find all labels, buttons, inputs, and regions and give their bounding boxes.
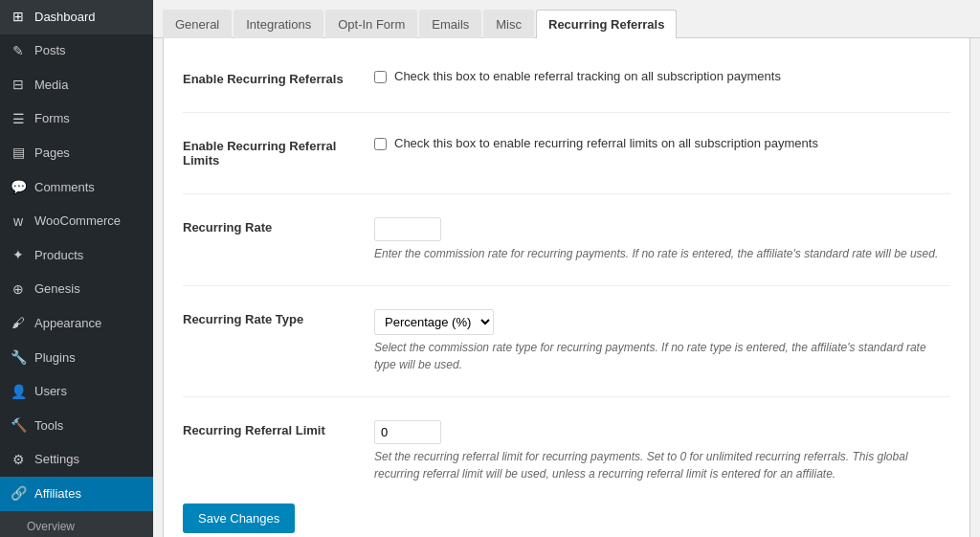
sidebar: ⊞Dashboard✎Posts⊟Media☰Forms▤Pages💬Comme…	[0, 0, 153, 537]
recurring-referral-limit-input[interactable]	[374, 420, 441, 444]
dashboard-icon: ⊞	[10, 8, 27, 27]
sidebar-item-pages[interactable]: ▤Pages	[0, 136, 153, 170]
tab-recurring-referrals[interactable]: Recurring Referrals	[536, 10, 677, 38]
users-icon: 👤	[10, 383, 27, 402]
comments-icon: 💬	[10, 178, 27, 197]
enable-recurring-referral-limits-label: Enable Recurring Referral Limits	[183, 139, 336, 168]
sidebar-item-users[interactable]: 👤Users	[0, 375, 153, 410]
tab-general[interactable]: General	[163, 10, 232, 38]
tabs-bar: GeneralIntegrationsOpt-In FormEmailsMisc…	[153, 10, 980, 38]
settings-icon: ⚙	[10, 451, 27, 470]
sidebar-label-dashboard: Dashboard	[34, 9, 96, 26]
enable-recurring-referrals-checkbox[interactable]	[374, 71, 387, 83]
sidebar-label-products: Products	[34, 247, 83, 264]
sidebar-label-forms: Forms	[34, 110, 70, 127]
forms-icon: ☰	[10, 110, 27, 129]
products-icon: ✦	[10, 246, 27, 265]
sidebar-label-tools: Tools	[34, 417, 63, 435]
sidebar-item-products[interactable]: ✦Products	[0, 238, 153, 273]
recurring-rate-label: Recurring Rate	[183, 220, 272, 235]
tab-opt-in-form[interactable]: Opt-In Form	[325, 10, 417, 38]
sidebar-item-woocommerce[interactable]: wWooCommerce	[0, 205, 153, 239]
save-changes-button[interactable]: Save Changes	[183, 503, 295, 533]
recurring-referral-limit-desc: Set the recurring referral limit for rec…	[374, 448, 950, 482]
posts-icon: ✎	[10, 42, 27, 61]
sidebar-label-comments: Comments	[34, 179, 95, 196]
sidebar-label-posts: Posts	[34, 42, 66, 59]
sidebar-item-media[interactable]: ⊟Media	[0, 68, 153, 102]
sidebar-label-plugins: Plugins	[34, 349, 76, 367]
sidebar-label-appearance: Appearance	[34, 315, 101, 332]
sidebar-item-tools[interactable]: 🔨Tools	[0, 409, 153, 443]
sidebar-sub-item-overview[interactable]: Overview	[0, 515, 153, 537]
appearance-icon: 🖌	[10, 314, 27, 333]
tab-integrations[interactable]: Integrations	[234, 10, 323, 38]
row-recurring-referral-limit: Recurring Referral Limit Set the recurri…	[183, 409, 950, 494]
enable-recurring-referrals-checkbox-label: Check this box to enable referral tracki…	[394, 69, 781, 83]
row-enable-recurring-referrals: Enable Recurring Referrals Check this bo…	[183, 57, 950, 101]
affiliates-icon: 🔗	[10, 484, 27, 503]
woocommerce-icon: w	[10, 213, 27, 232]
sidebar-item-genesis[interactable]: ⊕Genesis	[0, 273, 153, 307]
media-icon: ⊟	[10, 76, 27, 95]
recurring-rate-desc: Enter the commission rate for recurring …	[374, 245, 950, 262]
tools-icon: 🔨	[10, 416, 27, 436]
tab-misc[interactable]: Misc	[483, 10, 534, 38]
sidebar-item-settings[interactable]: ⚙Settings	[0, 443, 153, 478]
sidebar-label-genesis: Genesis	[34, 280, 80, 298]
enable-recurring-referral-limits-checkbox-label: Check this box to enable recurring refer…	[394, 136, 818, 150]
content-area: Enable Recurring Referrals Check this bo…	[163, 38, 970, 537]
sidebar-submenu: OverviewAffiliatesReferrals	[0, 511, 153, 537]
sidebar-item-dashboard[interactable]: ⊞Dashboard	[0, 0, 153, 34]
tab-emails[interactable]: Emails	[419, 10, 481, 38]
sidebar-label-pages: Pages	[34, 145, 70, 162]
recurring-rate-type-desc: Select the commission rate type for recu…	[374, 339, 950, 373]
settings-form: Enable Recurring Referrals Check this bo…	[183, 57, 950, 494]
recurring-rate-input[interactable]	[374, 217, 441, 241]
sidebar-label-users: Users	[34, 383, 67, 400]
sidebar-label-woocommerce: WooCommerce	[34, 213, 121, 230]
genesis-icon: ⊕	[10, 280, 27, 300]
pages-icon: ▤	[10, 144, 27, 163]
sidebar-label-affiliates: Affiliates	[34, 485, 81, 503]
sidebar-item-plugins[interactable]: 🔧Plugins	[0, 341, 153, 375]
recurring-rate-type-label: Recurring Rate Type	[183, 312, 303, 326]
recurring-rate-type-select[interactable]: Percentage (%)Flat Rate	[374, 309, 494, 335]
row-enable-recurring-referral-limits: Enable Recurring Referral Limits Check t…	[183, 124, 950, 182]
plugins-icon: 🔧	[10, 348, 27, 368]
row-recurring-rate: Recurring Rate Enter the commission rate…	[183, 206, 950, 274]
sidebar-label-media: Media	[34, 77, 68, 94]
enable-recurring-referral-limits-checkbox[interactable]	[374, 138, 387, 150]
enable-recurring-referrals-label: Enable Recurring Referrals	[183, 72, 344, 86]
sidebar-item-appearance[interactable]: 🖌Appearance	[0, 306, 153, 341]
sidebar-label-settings: Settings	[34, 451, 79, 468]
sidebar-item-posts[interactable]: ✎Posts	[0, 34, 153, 69]
main-content: GeneralIntegrationsOpt-In FormEmailsMisc…	[153, 0, 980, 537]
recurring-referral-limit-label: Recurring Referral Limit	[183, 423, 325, 437]
sidebar-item-affiliates[interactable]: 🔗Affiliates	[0, 477, 153, 511]
sidebar-item-comments[interactable]: 💬Comments	[0, 170, 153, 205]
row-recurring-rate-type: Recurring Rate Type Percentage (%)Flat R…	[183, 298, 950, 385]
sidebar-item-forms[interactable]: ☰Forms	[0, 102, 153, 137]
